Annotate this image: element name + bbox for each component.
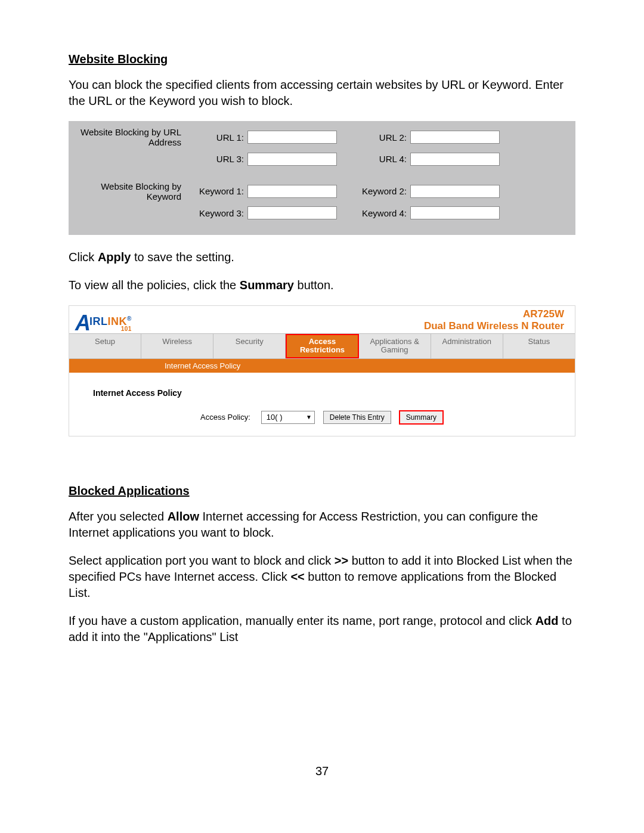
text-view-summary: To view all the policies, click the Summ… <box>69 277 575 293</box>
label-access-policy: Access Policy: <box>200 413 250 422</box>
page-number: 37 <box>69 764 575 778</box>
label-kw3: Keyword 3: <box>187 208 247 218</box>
tab-bar: Setup Wireless Security Access Restricti… <box>69 333 575 359</box>
heading-blocked-applications: Blocked Applications <box>69 484 575 498</box>
label-url3: URL 3: <box>187 154 247 164</box>
label-kw1: Keyword 1: <box>187 186 247 196</box>
input-kw4[interactable] <box>410 206 500 219</box>
model-number: AR725W <box>424 308 564 320</box>
tab-access-restrictions[interactable]: Access Restrictions <box>286 334 358 358</box>
label-keyword-group: Website Blocking by Keyword <box>77 181 187 202</box>
label-url2: URL 2: <box>350 132 410 143</box>
label-url-group: Website Blocking by URL Address <box>77 127 187 148</box>
summary-button[interactable]: Summary <box>400 411 443 424</box>
text-blocked-apps-p1: After you selected Allow Internet access… <box>69 509 575 541</box>
label-url4: URL 4: <box>350 154 410 164</box>
input-kw2[interactable] <box>410 185 500 198</box>
input-url3[interactable] <box>247 153 337 166</box>
airlink-logo: A IRLINK® 101 <box>75 315 132 332</box>
heading-internet-access-policy: Internet Access Policy <box>93 388 563 398</box>
subtab-internet-access-policy[interactable]: Internet Access Policy <box>69 359 575 373</box>
website-blocking-form: Website Blocking by URL Address URL 1: U… <box>69 121 575 235</box>
label-kw4: Keyword 4: <box>350 208 410 218</box>
select-access-policy[interactable]: 10( ) ▼ <box>261 411 315 424</box>
input-kw3[interactable] <box>247 206 337 219</box>
tab-setup[interactable]: Setup <box>69 334 141 358</box>
tab-wireless[interactable]: Wireless <box>141 334 213 358</box>
tab-status[interactable]: Status <box>503 334 575 358</box>
tab-administration[interactable]: Administration <box>431 334 503 358</box>
intro-website-blocking: You can block the specified clients from… <box>69 77 575 109</box>
label-kw2: Keyword 2: <box>350 186 410 196</box>
input-kw1[interactable] <box>247 185 337 198</box>
input-url4[interactable] <box>410 153 500 166</box>
router-ui: A IRLINK® 101 AR725W Dual Band Wireless … <box>69 305 575 436</box>
chevron-down-icon: ▼ <box>306 414 312 420</box>
text-blocked-apps-p3: If you have a custom application, manual… <box>69 613 575 645</box>
model-tagline: Dual Band Wireless N Router <box>424 320 564 332</box>
text-blocked-apps-p2: Select application port you want to bloc… <box>69 553 575 601</box>
delete-entry-button[interactable]: Delete This Entry <box>323 411 391 424</box>
tab-security[interactable]: Security <box>213 334 286 358</box>
input-url2[interactable] <box>410 131 500 144</box>
heading-website-blocking: Website Blocking <box>69 52 575 66</box>
tab-applications-gaming[interactable]: Applications & Gaming <box>359 334 431 358</box>
text-click-apply: Click Apply to save the setting. <box>69 249 575 265</box>
input-url1[interactable] <box>247 131 337 144</box>
label-url1: URL 1: <box>187 132 247 143</box>
